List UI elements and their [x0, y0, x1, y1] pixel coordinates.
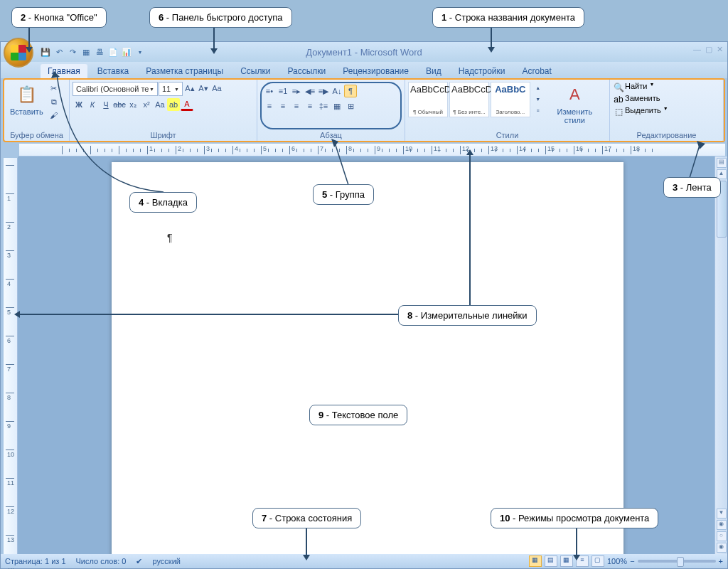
strike-icon[interactable]: abc: [113, 98, 126, 111]
line-spacing-icon[interactable]: ‡≡: [317, 100, 330, 112]
paste-button[interactable]: 📋 Вставить: [7, 82, 46, 117]
document-area[interactable]: ¶: [18, 156, 714, 554]
tab-insert[interactable]: Вставка: [90, 64, 136, 78]
bold-icon[interactable]: Ж: [73, 98, 85, 111]
format-painter-icon[interactable]: 🖌: [48, 109, 60, 122]
vertical-scrollbar[interactable]: ▤ ▲ ▼ ◉ ○ ◉: [714, 156, 727, 554]
find-button[interactable]: 🔍Найти▼: [613, 82, 654, 93]
callout-5: 5 - Группа: [313, 184, 374, 205]
callout-8: 8 - Измерительные линейки: [398, 305, 537, 326]
multilevel-icon[interactable]: ≡▸: [290, 85, 303, 97]
font-size-combo[interactable]: 11▼: [159, 82, 183, 96]
document-title: Документ1 - Microsoft Word: [306, 47, 422, 58]
titlebar: 💾 ↶ ↷ ▦ 🖶 📄 📊 ▼ Документ1 - Microsoft Wo…: [1, 42, 727, 62]
style-tile[interactable]: AaBbCcDd¶ Обычный: [408, 82, 448, 117]
callout-10: 10 - Режимы просмотра документа: [491, 508, 658, 528]
save-icon[interactable]: 💾: [39, 46, 52, 58]
style-tile[interactable]: AaBbCЗаголово...: [491, 82, 530, 117]
bullets-icon[interactable]: ≡•: [263, 85, 276, 97]
align-left-icon[interactable]: ≡: [263, 100, 276, 112]
qat-btn[interactable]: 📄: [107, 46, 119, 58]
show-marks-icon[interactable]: ¶: [344, 85, 357, 97]
tab-mailings[interactable]: Рассылки: [280, 64, 333, 78]
change-styles-button[interactable]: A Изменить стили: [543, 82, 606, 126]
callout-3: 3 - Лента: [663, 177, 721, 198]
superscript-icon[interactable]: x²: [140, 98, 153, 111]
highlight-icon[interactable]: ab: [167, 98, 180, 111]
office-button[interactable]: [4, 38, 33, 68]
page-status[interactable]: Страница: 1 из 1: [5, 557, 66, 565]
subscript-icon[interactable]: x₂: [127, 98, 139, 111]
sort-icon[interactable]: A↓: [331, 85, 343, 97]
tab-review[interactable]: Рецензирование: [336, 64, 416, 78]
undo-icon[interactable]: ↶: [53, 46, 65, 58]
zoom-in-icon[interactable]: +: [719, 557, 723, 565]
redo-icon[interactable]: ↷: [66, 46, 79, 58]
cut-icon[interactable]: ✂: [48, 82, 60, 95]
callout-4: 4 - Вкладка: [129, 192, 197, 213]
underline-icon[interactable]: Ч: [100, 98, 112, 111]
align-right-icon[interactable]: ≡: [290, 100, 303, 112]
page[interactable]: ¶: [112, 162, 623, 554]
tab-references[interactable]: Ссылки: [233, 64, 277, 78]
font-color-icon[interactable]: A: [181, 98, 193, 111]
shading-icon[interactable]: ▦: [331, 100, 343, 112]
paste-icon: 📋: [15, 83, 38, 106]
increase-indent-icon[interactable]: ≡▶: [317, 85, 330, 97]
replace-icon: ab: [613, 94, 624, 105]
ribbon: 📋 Вставить ✂ ⧉ 🖌 Буфер обмена Calibri (О…: [3, 78, 725, 142]
align-center-icon[interactable]: ≡: [277, 100, 289, 112]
select-button[interactable]: ⬚Выделить▼: [613, 106, 668, 117]
decrease-indent-icon[interactable]: ◀≡: [304, 85, 316, 97]
clear-format-icon[interactable]: Aa: [210, 82, 223, 95]
print-layout-view-icon[interactable]: ▦: [529, 555, 542, 567]
style-tile[interactable]: AaBbCcDd¶ Без инте...: [449, 82, 489, 117]
web-view-icon[interactable]: ▦: [560, 555, 573, 567]
qat-btn[interactable]: 📊: [120, 46, 133, 58]
tab-layout[interactable]: Разметка страницы: [139, 64, 230, 78]
change-case-icon[interactable]: Aa: [154, 98, 166, 111]
callout-1: 1 - Строка названия документа: [432, 7, 584, 28]
tab-home[interactable]: Главная: [41, 64, 87, 78]
shrink-font-icon[interactable]: A▾: [197, 82, 210, 95]
prev-page-icon[interactable]: ◉: [717, 520, 727, 530]
outline-view-icon[interactable]: ≡: [576, 555, 589, 567]
qat-dropdown-icon[interactable]: ▼: [134, 46, 146, 58]
font-name-combo[interactable]: Calibri (Основной те▼: [73, 82, 158, 96]
proofing-icon[interactable]: ✔: [136, 557, 142, 566]
tab-addins[interactable]: Надстройки: [451, 64, 513, 78]
qat-btn[interactable]: ▦: [80, 46, 92, 58]
callout-9: 9 - Текстовое поле: [309, 405, 407, 425]
select-icon: ⬚: [613, 106, 624, 117]
minimize-icon[interactable]: —: [693, 45, 701, 54]
ribbon-tabs: Главная Вставка Разметка страницы Ссылки…: [1, 62, 727, 78]
next-page-icon[interactable]: ◉: [717, 543, 727, 553]
zoom-out-icon[interactable]: −: [630, 557, 634, 565]
browse-icon[interactable]: ○: [717, 531, 727, 541]
reading-view-icon[interactable]: ▤: [545, 555, 557, 567]
zoom-value[interactable]: 100%: [607, 557, 627, 565]
replace-button[interactable]: abЗаменить: [613, 94, 660, 105]
language-status[interactable]: русский: [152, 557, 180, 565]
ruler-toggle-icon[interactable]: ▤: [717, 158, 727, 168]
horizontal-ruler[interactable]: 123456789101112131415161718: [19, 144, 725, 156]
callout-6: 6 - Панель быстрого доступа: [149, 7, 292, 28]
close-icon[interactable]: ✕: [717, 45, 723, 54]
tab-view[interactable]: Вид: [419, 64, 449, 78]
italic-icon[interactable]: К: [86, 98, 99, 111]
borders-icon[interactable]: ⊞: [344, 100, 357, 112]
scroll-down-icon[interactable]: ▼: [717, 509, 727, 519]
word-count[interactable]: Число слов: 0: [76, 557, 127, 565]
vertical-ruler[interactable]: 1234567891011121314: [4, 158, 18, 554]
copy-icon[interactable]: ⧉: [48, 95, 60, 108]
zoom-slider[interactable]: [638, 560, 716, 563]
window-controls: — ▢ ✕: [693, 45, 723, 54]
numbering-icon[interactable]: ≡1: [277, 85, 289, 97]
qat-btn[interactable]: 🖶: [93, 46, 106, 58]
maximize-icon[interactable]: ▢: [705, 45, 712, 54]
justify-icon[interactable]: ≡: [304, 100, 316, 112]
grow-font-icon[interactable]: A▴: [183, 82, 196, 95]
draft-view-icon[interactable]: ▢: [592, 555, 604, 567]
tab-acrobat[interactable]: Acrobat: [515, 64, 559, 78]
callout-7: 7 - Строка состояния: [252, 508, 361, 528]
